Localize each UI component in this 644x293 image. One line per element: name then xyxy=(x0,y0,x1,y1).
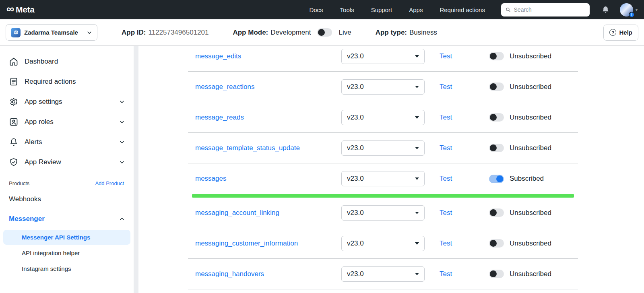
field-link[interactable]: messaging_handovers xyxy=(195,270,264,278)
chevron-down-icon xyxy=(119,99,125,105)
sidebar-item-messenger-api-settings[interactable]: Messenger API Settings xyxy=(3,230,130,245)
app-selector[interactable]: Zadarma Teamsale xyxy=(6,24,97,41)
test-button[interactable]: Test xyxy=(440,83,452,91)
caret-down-icon xyxy=(415,116,419,119)
sidebar-item-webhooks[interactable]: Webhooks xyxy=(0,190,134,209)
live-label: Live xyxy=(339,29,351,37)
meta-logo[interactable]: ∞ Meta xyxy=(6,5,35,14)
sidebar-scrollbar[interactable] xyxy=(134,46,138,293)
subscribe-toggle[interactable] xyxy=(489,83,504,91)
sidebar-item-app-review[interactable]: App Review xyxy=(0,152,134,172)
help-button[interactable]: ? Help xyxy=(603,25,638,41)
sidebar-item-api-integration-helper[interactable]: API integration helper xyxy=(3,246,130,260)
field-link[interactable]: message_reads xyxy=(195,113,244,121)
nav-link[interactable]: Support xyxy=(371,6,392,13)
field-link[interactable]: messages xyxy=(195,175,226,182)
version-select[interactable]: v23.0 xyxy=(341,266,425,282)
caret-down-icon xyxy=(415,177,419,180)
nav-link[interactable]: Docs xyxy=(309,6,323,13)
test-button[interactable]: Test xyxy=(440,52,452,60)
sidebar-item-required-actions[interactable]: Required actions xyxy=(0,72,134,92)
sidebar-item-app-settings[interactable]: App settings xyxy=(0,92,134,112)
app-type-label: App type: xyxy=(376,29,407,37)
products-header: Products Add Product xyxy=(0,172,134,190)
subscribe-toggle[interactable] xyxy=(489,52,504,60)
sidebar-item-app-roles[interactable]: App roles xyxy=(0,112,134,132)
field-link[interactable]: messaging_customer_information xyxy=(195,239,298,247)
version-label: v23.0 xyxy=(347,144,364,152)
help-label: Help xyxy=(619,29,632,36)
subitem-label: Instagram settings xyxy=(22,265,71,272)
test-button[interactable]: Test xyxy=(440,209,452,217)
sidebar-item-dashboard[interactable]: Dashboard xyxy=(0,52,134,72)
subscribe-toggle[interactable] xyxy=(489,239,504,248)
sidebar-item-label: App Review xyxy=(25,158,61,166)
version-label: v23.0 xyxy=(347,52,364,60)
toggle-knob xyxy=(490,83,497,90)
test-button[interactable]: Test xyxy=(440,144,452,152)
profile-menu[interactable]: f ▾ xyxy=(620,3,638,17)
field-link[interactable]: messaging_account_linking xyxy=(195,209,279,217)
chevron-down-icon xyxy=(119,139,125,145)
add-product-link[interactable]: Add Product xyxy=(95,180,124,186)
sidebar: Dashboard Required actions App settings … xyxy=(0,46,134,293)
version-select[interactable]: v23.0 xyxy=(341,110,425,125)
subscribe-toggle[interactable] xyxy=(489,208,504,217)
test-button[interactable]: Test xyxy=(440,270,452,278)
bell-icon xyxy=(9,137,19,147)
caret-down-icon xyxy=(415,55,419,58)
version-label: v23.0 xyxy=(347,270,364,278)
test-button[interactable]: Test xyxy=(440,239,452,247)
sidebar-item-label: Dashboard xyxy=(25,58,58,66)
subscribe-toggle[interactable] xyxy=(489,270,504,278)
caret-down-icon xyxy=(415,273,419,275)
sidebar-item-messenger[interactable]: Messenger xyxy=(0,209,134,229)
search-box[interactable] xyxy=(501,3,590,17)
version-select[interactable]: v23.0 xyxy=(341,79,425,95)
toggle-knob xyxy=(490,270,497,277)
version-select[interactable]: v23.0 xyxy=(341,49,425,64)
table-row: messaging_handovers v23.0 Test Unsubscri… xyxy=(188,259,578,289)
version-select[interactable]: v23.0 xyxy=(341,140,425,156)
subscription-status: Unsubscribed xyxy=(510,239,551,248)
checklist-icon xyxy=(9,77,19,87)
search-input[interactable] xyxy=(514,6,585,13)
test-button[interactable]: Test xyxy=(440,175,452,182)
version-select[interactable]: v23.0 xyxy=(341,171,425,186)
app-mode-toggle[interactable] xyxy=(317,28,332,37)
subscription-status: Unsubscribed xyxy=(510,209,551,217)
sidebar-item-instagram-settings[interactable]: Instagram settings xyxy=(3,261,130,276)
app-type-field: App type: Business xyxy=(376,29,437,37)
test-button[interactable]: Test xyxy=(440,113,452,121)
sidebar-item-label: Required actions xyxy=(25,78,76,86)
subscribe-toggle[interactable] xyxy=(489,144,504,152)
version-select[interactable]: v23.0 xyxy=(341,236,425,251)
app-selector-label: Zadarma Teamsale xyxy=(24,29,78,36)
field-link[interactable]: message_edits xyxy=(195,52,241,60)
app-bar: Zadarma Teamsale App ID: 112257349650120… xyxy=(0,19,644,46)
subscribe-toggle[interactable] xyxy=(489,175,504,183)
version-select[interactable]: v23.0 xyxy=(341,205,425,221)
field-link[interactable]: message_template_status_update xyxy=(195,144,300,152)
toggle-knob xyxy=(496,175,503,182)
top-nav: ∞ Meta DocsToolsSupportAppsRequired acti… xyxy=(0,0,644,19)
subscribe-toggle[interactable] xyxy=(489,113,504,122)
app-id-label: App ID: xyxy=(122,29,146,37)
version-label: v23.0 xyxy=(347,209,364,217)
table-row: message_reactions v23.0 Test Unsubscribe… xyxy=(188,72,578,102)
caret-down-icon xyxy=(415,147,419,149)
nav-link[interactable]: Apps xyxy=(409,6,423,13)
nav-link[interactable]: Required actions xyxy=(440,6,485,13)
table-row: messaging_customer_information v23.0 Tes… xyxy=(188,228,578,259)
table-row: messaging_account_linking v23.0 Test Uns… xyxy=(188,198,578,228)
app-id-value: 1122573496501201 xyxy=(148,29,208,37)
app-id-field: App ID: 1122573496501201 xyxy=(122,29,208,37)
sidebar-item-alerts[interactable]: Alerts xyxy=(0,132,134,152)
field-link[interactable]: message_reactions xyxy=(195,83,254,91)
nav-link[interactable]: Tools xyxy=(340,6,354,13)
app-type-value: Business xyxy=(409,29,437,37)
notifications-button[interactable] xyxy=(601,5,610,14)
bell-icon xyxy=(601,5,610,14)
sidebar-item-label: App settings xyxy=(25,98,62,106)
page-body: Dashboard Required actions App settings … xyxy=(0,46,644,293)
